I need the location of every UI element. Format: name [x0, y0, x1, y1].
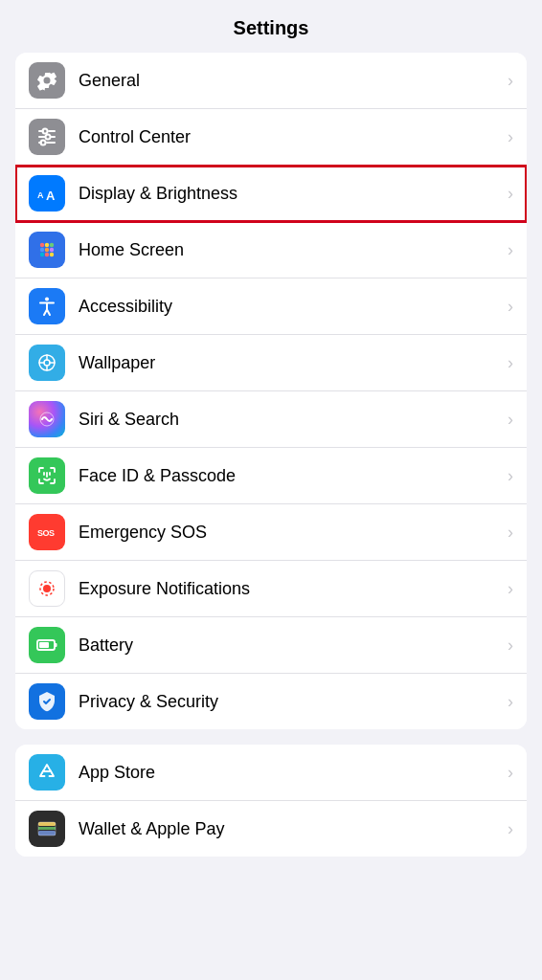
svg-rect-1 — [48, 130, 56, 132]
settings-row-control-center[interactable]: Control Center› — [15, 109, 527, 166]
wallet-icon — [29, 811, 65, 847]
svg-point-32 — [43, 585, 51, 592]
home-screen-chevron: › — [508, 240, 513, 260]
accessibility-label: Accessibility — [79, 297, 504, 317]
settings-row-battery[interactable]: Battery› — [15, 617, 527, 674]
faceid-icon — [29, 457, 65, 494]
general-label: General — [79, 71, 504, 91]
app-store-chevron: › — [508, 763, 513, 783]
svg-rect-37 — [38, 822, 56, 826]
settings-row-face-id[interactable]: Face ID & Passcode› — [15, 448, 527, 504]
settings-row-general[interactable]: General› — [15, 53, 527, 109]
exposure-label: Exposure Notifications — [79, 579, 504, 599]
app-store-label: App Store — [79, 763, 504, 783]
siri-search-label: Siri & Search — [79, 410, 504, 430]
siri-search-chevron: › — [508, 410, 513, 430]
settings-row-wallpaper[interactable]: Wallpaper› — [15, 335, 527, 391]
wallet-label: Wallet & Apple Pay — [79, 819, 504, 839]
face-id-label: Face ID & Passcode — [79, 466, 504, 486]
svg-point-13 — [50, 243, 54, 247]
general-chevron: › — [508, 71, 513, 91]
privacy-icon — [29, 683, 65, 720]
exposure-chevron: › — [508, 579, 513, 599]
wallpaper-chevron: › — [508, 353, 513, 373]
svg-point-5 — [46, 135, 51, 140]
wallet-chevron: › — [508, 819, 513, 839]
control-center-chevron: › — [508, 127, 513, 147]
emergency-sos-chevron: › — [508, 523, 513, 543]
battery-chevron: › — [508, 635, 513, 656]
svg-point-12 — [45, 243, 49, 247]
home-screen-label: Home Screen — [79, 240, 504, 260]
svg-point-16 — [50, 248, 54, 252]
svg-point-20 — [45, 298, 49, 301]
svg-point-11 — [40, 243, 44, 247]
appstore-icon — [29, 754, 65, 791]
battery-label: Battery — [79, 635, 504, 656]
page-title: Settings — [0, 0, 542, 53]
aa-icon: A A — [29, 175, 65, 212]
sos-icon: SOS — [29, 514, 65, 550]
svg-point-18 — [45, 253, 49, 256]
settings-row-wallet[interactable]: Wallet & Apple Pay› — [15, 801, 527, 857]
accessibility-chevron: › — [508, 297, 513, 317]
svg-rect-38 — [38, 827, 56, 830]
settings-row-display-brightness[interactable]: A A Display & Brightness› — [15, 166, 527, 222]
siri-icon — [29, 401, 65, 437]
gear-icon — [29, 62, 65, 99]
svg-rect-36 — [39, 642, 49, 648]
sliders-icon — [29, 119, 65, 155]
battery-icon — [29, 627, 65, 663]
privacy-chevron: › — [508, 692, 513, 712]
control-center-label: Control Center — [79, 127, 504, 147]
display-brightness-chevron: › — [508, 184, 513, 204]
settings-group-1: General› Control Center› A A Display & B… — [15, 53, 527, 729]
settings-row-app-store[interactable]: App Store› — [15, 745, 527, 801]
settings-row-privacy[interactable]: Privacy & Security› — [15, 674, 527, 729]
settings-row-siri-search[interactable]: Siri & Search› — [15, 391, 527, 448]
exposure-icon — [29, 570, 65, 607]
home-grid-icon — [29, 232, 65, 268]
settings-row-accessibility[interactable]: Accessibility› — [15, 278, 527, 335]
settings-row-exposure[interactable]: Exposure Notifications› — [15, 561, 527, 617]
svg-text:A: A — [37, 190, 44, 200]
svg-rect-7 — [46, 142, 56, 144]
svg-rect-35 — [55, 643, 57, 647]
emergency-sos-label: Emergency SOS — [79, 523, 504, 543]
svg-point-19 — [50, 253, 54, 256]
svg-text:A: A — [46, 189, 56, 203]
settings-row-emergency-sos[interactable]: SOS Emergency SOS› — [15, 504, 527, 561]
wallpaper-label: Wallpaper — [79, 353, 504, 373]
accessibility-icon — [29, 288, 65, 324]
svg-rect-39 — [38, 831, 56, 835]
svg-point-15 — [45, 248, 49, 252]
svg-point-14 — [40, 248, 44, 252]
privacy-label: Privacy & Security — [79, 692, 504, 712]
svg-point-8 — [41, 141, 46, 145]
svg-point-17 — [40, 253, 44, 256]
svg-point-22 — [44, 360, 50, 366]
face-id-chevron: › — [508, 466, 513, 486]
svg-point-2 — [43, 129, 48, 134]
settings-group-2: App Store› Wallet & Apple Pay› — [15, 745, 527, 857]
settings-row-home-screen[interactable]: Home Screen› — [15, 222, 527, 278]
wallpaper-icon — [29, 345, 65, 381]
svg-text:SOS: SOS — [37, 528, 55, 538]
display-brightness-label: Display & Brightness — [79, 184, 504, 204]
